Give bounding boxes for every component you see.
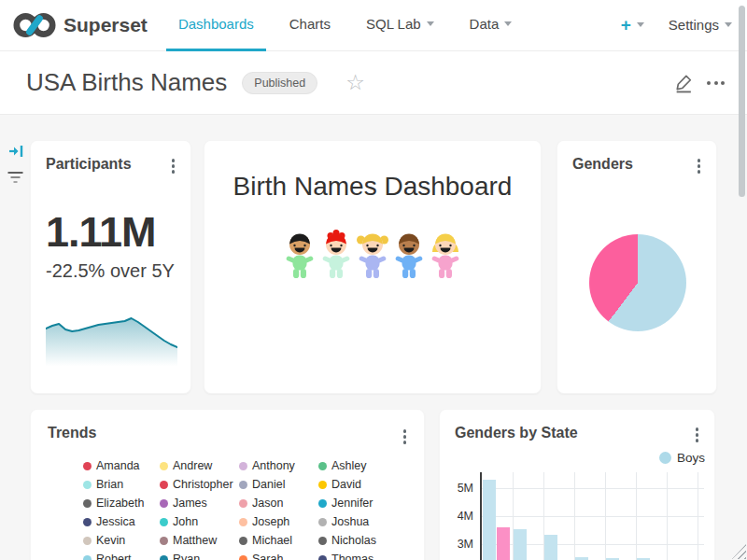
legend-label: Amanda	[96, 459, 140, 472]
legend-dot	[318, 462, 327, 470]
legend-label: Robert	[96, 553, 132, 560]
settings-menu[interactable]: Settings	[669, 17, 732, 33]
legend-item-anthony[interactable]: Anthony	[239, 459, 318, 472]
legend-item-amanda[interactable]: Amanda	[83, 459, 160, 472]
pencil-icon[interactable]	[674, 73, 694, 93]
chevron-down-icon	[637, 22, 644, 27]
scrollbar[interactable]	[739, 6, 745, 197]
legend-label: Andrew	[173, 459, 212, 472]
bar-boys[interactable]	[514, 529, 527, 560]
kebab-menu-icon[interactable]	[694, 426, 701, 444]
expand-filter-bar-icon[interactable]	[8, 143, 25, 160]
genders-by-state-card: Genders by State Boys 5M4M3M	[439, 409, 715, 560]
new-item-button[interactable]: +	[621, 16, 644, 34]
big-number-subheader: -22.5% over 5Y	[46, 260, 175, 282]
published-badge[interactable]: Published	[242, 72, 317, 94]
gridline	[482, 488, 704, 489]
markdown-heading: Birth Names Dashboard	[204, 172, 541, 202]
legend-item-elizabeth[interactable]: Elizabeth	[83, 497, 160, 510]
legend-item-robert[interactable]: Robert	[83, 553, 160, 560]
trends-card: Trends AmandaAndrewAnthonyAshleyBrianChr…	[30, 409, 425, 560]
bar-boys[interactable]	[544, 535, 557, 560]
legend-label: Christopher	[173, 478, 233, 491]
legend-dot	[318, 555, 327, 560]
legend-label: Ashley	[331, 459, 367, 472]
genders-card: Genders	[557, 140, 717, 394]
chart-title: Genders	[572, 156, 633, 173]
superset-app: Superset DashboardsChartsSQL LabData + S…	[0, 0, 747, 560]
legend-item-joseph[interactable]: Joseph	[239, 515, 318, 528]
legend-item-matthew[interactable]: Matthew	[160, 534, 239, 547]
kebab-menu-icon[interactable]	[696, 157, 703, 175]
ytick-label: 4M	[447, 510, 473, 523]
legend-item-kevin[interactable]: Kevin	[83, 534, 160, 547]
filter-icon[interactable]	[7, 170, 23, 186]
legend-item-boys[interactable]: Boys	[659, 451, 705, 465]
more-horizontal-icon[interactable]	[707, 81, 725, 85]
sparkline-chart	[46, 316, 177, 369]
gbs-plot[interactable]	[482, 472, 704, 560]
legend-item-nicholas[interactable]: Nicholas	[318, 534, 402, 547]
legend-item-daniel[interactable]: Daniel	[239, 478, 318, 491]
legend-item-ryan[interactable]: Ryan	[160, 553, 239, 560]
legend-item-thomas[interactable]: Thomas	[318, 553, 402, 560]
legend-label: Brian	[96, 478, 123, 491]
dashboard-title-bar: USA Births Names Published ☆	[0, 51, 747, 115]
legend-dot	[83, 537, 92, 545]
baby-emoji	[283, 229, 317, 279]
nav-item-label: Data	[470, 16, 500, 32]
legend-dot	[160, 555, 168, 560]
legend-dot	[659, 452, 671, 464]
chart-title: Trends	[48, 425, 96, 441]
genders-pie-chart[interactable]	[589, 234, 686, 331]
bar-boys[interactable]	[483, 480, 496, 560]
legend-item-john[interactable]: John	[160, 515, 239, 528]
legend-dot	[239, 499, 247, 508]
legend-label: Joseph	[252, 515, 289, 528]
baby-emoji	[429, 229, 462, 279]
legend-item-christopher[interactable]: Christopher	[160, 478, 239, 491]
legend-label: Sarah	[252, 553, 283, 560]
legend-item-brian[interactable]: Brian	[83, 478, 160, 491]
legend-item-david[interactable]: David	[318, 478, 402, 491]
legend-item-james[interactable]: James	[160, 497, 239, 510]
legend-dot	[160, 537, 168, 545]
legend-label: Michael	[252, 534, 292, 547]
star-outline-icon[interactable]: ☆	[345, 72, 365, 93]
superset-logo[interactable]: Superset	[13, 9, 148, 41]
nav-item-dashboards[interactable]: Dashboards	[166, 0, 266, 51]
legend-dot	[160, 499, 168, 508]
legend-item-jason[interactable]: Jason	[239, 497, 318, 510]
legend-label: Anthony	[252, 459, 295, 472]
nav-item-label: Dashboards	[178, 16, 254, 32]
legend-dot	[239, 481, 247, 489]
nav-item-charts[interactable]: Charts	[277, 0, 343, 51]
nav-item-sql-lab[interactable]: SQL Lab	[354, 0, 446, 51]
legend-item-joshua[interactable]: Joshua	[318, 515, 402, 528]
legend-label: David	[331, 478, 361, 491]
gridline	[482, 516, 704, 517]
legend-label: Daniel	[252, 478, 285, 491]
markdown-header-card: Birth Names Dashboard	[204, 140, 542, 394]
legend-item-michael[interactable]: Michael	[239, 534, 318, 547]
nav-menu: DashboardsChartsSQL LabData	[161, 0, 529, 51]
legend-item-jessica[interactable]: Jessica	[83, 515, 160, 528]
legend-dot	[160, 462, 168, 470]
kebab-menu-icon[interactable]	[402, 427, 409, 446]
legend-label: Jessica	[96, 515, 135, 528]
legend-item-ashley[interactable]: Ashley	[318, 459, 402, 472]
chart-title: Participants	[46, 156, 132, 173]
bar-boys[interactable]	[575, 557, 588, 560]
bar-girls[interactable]	[497, 527, 510, 560]
legend-item-jennifer[interactable]: Jennifer	[318, 497, 402, 510]
baby-emoji	[319, 229, 353, 279]
ytick-label: 5M	[447, 482, 473, 495]
legend-item-sarah[interactable]: Sarah	[239, 553, 318, 560]
kebab-menu-icon[interactable]	[170, 157, 177, 175]
legend-item-andrew[interactable]: Andrew	[160, 459, 239, 472]
nav-item-data[interactable]: Data	[458, 0, 525, 51]
chevron-down-icon	[725, 22, 732, 27]
legend-dot	[83, 518, 92, 526]
legend-label: Thomas	[331, 553, 374, 560]
legend-dot	[318, 537, 327, 545]
